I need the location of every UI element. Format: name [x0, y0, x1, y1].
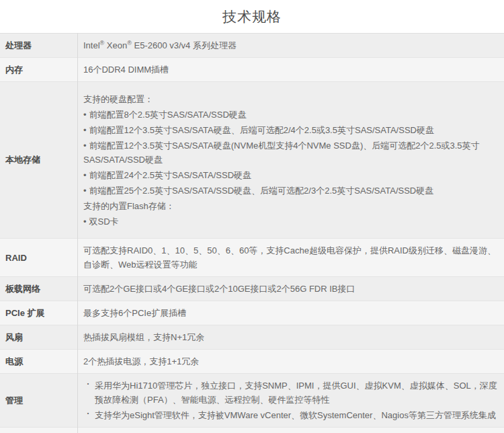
- spec-line: 热插拔风扇模组，支持N+1冗余: [83, 330, 499, 344]
- spec-text: 最多支持6个PCIe扩展插槽: [83, 308, 186, 318]
- spec-table-body: 处理器Intel® Xeon® E5-2600 v3/v4 系列处理器内存16个…: [0, 34, 504, 433]
- spec-row-value: 最多支持6个PCIe扩展插槽: [78, 301, 504, 325]
- spec-text: 支持的硬盘配置：: [83, 94, 153, 104]
- spec-row-label: 本地存储: [0, 82, 78, 239]
- spec-line: 可选配支持RAID0、1、10、5、50、6、60等，支持Cache超级电容保护…: [83, 243, 499, 272]
- spec-text: 2个热插拔电源，支持1+1冗余: [83, 356, 199, 366]
- spec-row: 风扇热插拔风扇模组，支持N+1冗余: [0, 325, 504, 350]
- spec-text: 支持的内置Flash存储：: [83, 201, 175, 211]
- bullet-icon: •: [83, 110, 87, 120]
- bullet-icon: •: [83, 141, 87, 151]
- spec-row: 管理·采用华为Hi1710管理芯片，独立接口，支持SNMP、IPMI，提供GUI…: [0, 374, 504, 428]
- spec-row-value: 热插拔风扇模组，支持N+1冗余: [78, 325, 504, 350]
- spec-row-label: 风扇: [0, 325, 78, 350]
- spec-bullet-line: ·采用华为Hi1710管理芯片，独立接口，支持SNMP、IPMI，提供GUI、虚…: [83, 379, 499, 407]
- spec-row-value: 可选配2个GE接口或4个GE接口或2个10GE接口或2个56G FDR IB接口: [78, 277, 504, 301]
- spec-row-value: ·采用华为Hi1710管理芯片，独立接口，支持SNMP、IPMI，提供GUI、虚…: [78, 374, 504, 428]
- spec-text: Intel® Xeon® E5-2600 v3/v4 系列处理器: [83, 40, 237, 50]
- spec-row-value: 支持的硬盘配置：•前端配置8个2.5英寸SAS/SATA/SSD硬盘•前端配置1…: [78, 82, 504, 239]
- spec-line: 可选配2个GE接口或4个GE接口或2个10GE接口或2个56G FDR IB接口: [83, 282, 499, 296]
- spec-row-value: Intel® Xeon® E5-2600 v3/v4 系列处理器: [78, 34, 504, 58]
- spec-bullet-line: •前端配置25个2.5英寸SAS/SATA/SSD硬盘、后端可选配2/3个2.5…: [83, 184, 499, 198]
- spec-text: 支持华为eSight管理软件，支持被VMWare vCenter、微软Syste…: [95, 410, 496, 420]
- spec-row-value: 2个热插拔电源，支持1+1冗余: [78, 350, 504, 374]
- spec-bullet-line: •前端配置8个2.5英寸SAS/SATA/SSD硬盘: [83, 108, 499, 122]
- spec-row-label: RAID: [0, 239, 78, 277]
- spec-row: RAID可选配支持RAID0、1、10、5、50、6、60等，支持Cache超级…: [0, 239, 504, 277]
- spec-text: 16个DDR4 DIMM插槽: [83, 65, 169, 75]
- bullet-icon: ·: [86, 377, 90, 391]
- spec-text: 热插拔风扇模组，支持N+1冗余: [83, 332, 204, 342]
- spec-row-label: PCIe 扩展: [0, 301, 78, 325]
- spec-row: 电源2个热插拔电源，支持1+1冗余: [0, 350, 504, 374]
- spec-row: PCIe 扩展最多支持6个PCIe扩展插槽: [0, 301, 504, 325]
- spec-bullet-line: ·支持华为eSight管理软件，支持被VMWare vCenter、微软Syst…: [83, 408, 499, 422]
- spec-row-value: 16个DDR4 DIMM插槽: [78, 58, 504, 82]
- spec-row-value: 5℃ - 45℃，符合ASHRAE CLASS A3 和 A4 标准: [78, 428, 504, 433]
- spec-text: 前端配置25个2.5英寸SAS/SATA/SSD硬盘、后端可选配2/3个2.5英…: [89, 186, 434, 196]
- spec-row: 工作温度5℃ - 45℃，符合ASHRAE CLASS A3 和 A4 标准: [0, 428, 504, 433]
- spec-row-label: 板载网络: [0, 277, 78, 301]
- bullet-icon: •: [83, 125, 87, 135]
- spec-bullet-line: •前端配置12个3.5英寸SAS/SATA硬盘(NVMe机型支持4个NVMe S…: [83, 139, 499, 167]
- spec-row-value: 可选配支持RAID0、1、10、5、50、6、60等，支持Cache超级电容保护…: [78, 239, 504, 277]
- spec-row: 本地存储支持的硬盘配置：•前端配置8个2.5英寸SAS/SATA/SSD硬盘•前…: [0, 82, 504, 239]
- spec-page: 技术规格 处理器Intel® Xeon® E5-2600 v3/v4 系列处理器…: [0, 0, 504, 433]
- bullet-icon: ·: [86, 406, 90, 420]
- spec-text: 前端配置12个3.5英寸SAS/SATA硬盘、后端可选配2/4个2.5或3.5英…: [89, 125, 434, 135]
- bullet-icon: •: [83, 186, 87, 196]
- spec-line: 2个热插拔电源，支持1+1冗余: [83, 354, 499, 368]
- spec-row-label: 电源: [0, 350, 78, 374]
- spec-row-label: 内存: [0, 58, 78, 82]
- spec-bullet-line: •前端配置12个3.5英寸SAS/SATA硬盘、后端可选配2/4个2.5或3.5…: [83, 123, 499, 137]
- spec-text: 双SD卡: [89, 216, 119, 227]
- spec-row-label: 处理器: [0, 34, 78, 58]
- spec-row: 板载网络可选配2个GE接口或4个GE接口或2个10GE接口或2个56G FDR …: [0, 277, 504, 301]
- spec-text: 采用华为Hi1710管理芯片，独立接口，支持SNMP、IPMI，提供GUI、虚拟…: [95, 381, 497, 405]
- spec-text: 前端配置8个2.5英寸SAS/SATA/SSD硬盘: [89, 110, 247, 120]
- page-title: 技术规格: [0, 0, 504, 33]
- spec-text: 可选配2个GE接口或4个GE接口或2个10GE接口或2个56G FDR IB接口: [83, 284, 355, 294]
- spec-line: 支持的内置Flash存储：: [83, 199, 499, 213]
- spec-text: 可选配支持RAID0、1、10、5、50、6、60等，支持Cache超级电容保护…: [83, 245, 496, 270]
- spec-table: 处理器Intel® Xeon® E5-2600 v3/v4 系列处理器内存16个…: [0, 33, 504, 433]
- spec-row: 内存16个DDR4 DIMM插槽: [0, 58, 504, 82]
- spec-row-label: 管理: [0, 374, 78, 428]
- spec-bullet-line: •前端配置24个2.5英寸SAS/SATA/SSD硬盘: [83, 168, 499, 182]
- spec-bullet-line: •双SD卡: [83, 214, 499, 229]
- spec-text: 前端配置12个3.5英寸SAS/SATA硬盘(NVMe机型支持4个NVMe SS…: [83, 141, 480, 165]
- spec-line: 16个DDR4 DIMM插槽: [83, 63, 499, 77]
- bullet-icon: •: [83, 170, 87, 180]
- spec-line: 支持的硬盘配置：: [83, 92, 499, 106]
- spec-row-label: 工作温度: [0, 428, 78, 433]
- spec-line: Intel® Xeon® E5-2600 v3/v4 系列处理器: [83, 38, 499, 52]
- spec-line: 最多支持6个PCIe扩展插槽: [83, 306, 499, 320]
- bullet-icon: •: [83, 216, 87, 227]
- spec-text: 前端配置24个2.5英寸SAS/SATA/SSD硬盘: [89, 170, 252, 180]
- spec-row: 处理器Intel® Xeon® E5-2600 v3/v4 系列处理器: [0, 34, 504, 58]
